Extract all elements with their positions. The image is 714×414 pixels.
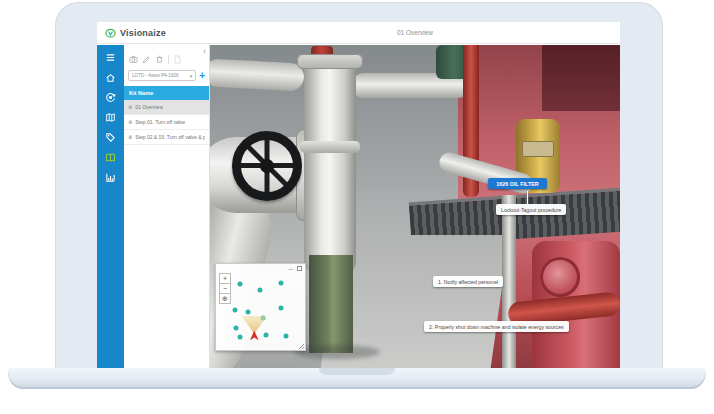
scene-pipe-collar	[300, 141, 360, 153]
chevron-down-icon: ▾	[190, 73, 193, 79]
visionaize-logo-icon	[105, 28, 116, 39]
panorama-viewport[interactable]: 1626 OIL FILTER Lockout-Tagout procedure…	[210, 45, 620, 368]
kit-select-dropdown[interactable]: LOTO - Asset PA-1626 ▾	[128, 70, 196, 81]
sidebar	[97, 45, 124, 368]
minimap-waypoint-dot[interactable]	[263, 333, 268, 338]
camera-icon[interactable]	[129, 55, 138, 64]
laptop-base	[8, 368, 706, 389]
laptop-notch	[319, 368, 395, 375]
edit-icon[interactable]	[142, 55, 151, 64]
scene-vertical-pipe	[304, 59, 356, 271]
map-icon[interactable]	[97, 107, 124, 127]
scene-valve-hub	[260, 159, 274, 173]
minimap-recenter-button[interactable]: ⊕	[219, 293, 231, 304]
annotation-note[interactable]: 2. Properly shut down machine and isolat…	[424, 321, 569, 332]
scene-pipe	[502, 195, 516, 368]
scene-green-pipe-base	[309, 255, 353, 353]
minimap-waypoint-dot[interactable]	[238, 335, 243, 340]
kit-list-item-step02-03[interactable]: ≣ Step 02 & 03. Turn off valve & pe...	[124, 130, 209, 145]
assets-icon[interactable]	[97, 87, 124, 107]
scene-flange	[297, 54, 363, 69]
laptop-mockup: Visionaize 01 Overview	[0, 0, 714, 414]
minimap-waypoint-dot[interactable]	[278, 305, 283, 310]
scene-pipe	[210, 58, 305, 91]
home-icon[interactable]	[97, 67, 124, 87]
list-item-icon: ≣	[128, 120, 132, 125]
collapse-panel-button[interactable]: ‹	[203, 47, 206, 56]
kit-list-item-step01[interactable]: ≣ Step 01. Turn off valve	[124, 115, 209, 130]
viewpoint-title: 01 Overview	[397, 22, 433, 44]
scene-vessel-label	[522, 141, 554, 157]
kit-toolbar	[124, 45, 209, 68]
kit-list-item-overview[interactable]: ≣ 01 Overview	[124, 100, 209, 115]
minimap-waypoint-dot[interactable]	[234, 325, 239, 330]
brand-name: Visionaize	[120, 28, 166, 38]
scene-shadow	[294, 345, 380, 359]
minimap-waypoint-dot[interactable]	[278, 280, 283, 285]
minimap-waypoint-dot[interactable]	[232, 307, 237, 312]
scene-pump-cap	[540, 257, 580, 297]
kit-select-value: LOTO - Asset PA-1626	[132, 73, 190, 78]
minimap-waypoint-dot[interactable]	[257, 287, 262, 292]
camera-position-marker[interactable]	[250, 330, 259, 340]
annotation-note[interactable]: Lockout-Tagout procedure	[496, 204, 566, 215]
kit-panel: ‹ LOTO - Asset PA-1626 ▾ + Kit Name	[124, 45, 210, 368]
menu-icon[interactable]	[97, 49, 124, 65]
brand: Visionaize	[105, 22, 166, 44]
add-kit-button[interactable]: +	[199, 71, 205, 81]
list-item-icon: ≣	[128, 105, 132, 110]
annotation-note[interactable]: 1. Notify affected personel	[433, 276, 503, 287]
minimap-waypoint-dot[interactable]	[284, 334, 289, 339]
minimap-resize-handle[interactable]	[298, 343, 304, 349]
asset-tag-label[interactable]: 1626 OIL FILTER	[488, 178, 547, 189]
toolbar-divider	[168, 55, 169, 64]
minimap-maximize-button[interactable]	[297, 266, 302, 271]
kit-list-header: Kit Name	[124, 86, 209, 100]
app-window: Visionaize 01 Overview	[97, 22, 620, 368]
kit-select-row: LOTO - Asset PA-1626 ▾ +	[124, 68, 209, 86]
app-header: Visionaize 01 Overview	[97, 22, 620, 44]
annotation-leader-line	[527, 191, 528, 205]
export-icon[interactable]	[173, 55, 182, 64]
workbook-icon[interactable]	[97, 147, 124, 167]
minimap-panel[interactable]: – + − ⊕	[215, 263, 306, 351]
minimap-waypoint-dot[interactable]	[246, 310, 251, 315]
minimap-minimize-button[interactable]: –	[289, 265, 293, 272]
minimap-waypoint-dot[interactable]	[238, 281, 243, 286]
reports-icon[interactable]	[97, 167, 124, 187]
tag-icon[interactable]	[97, 127, 124, 147]
delete-icon[interactable]	[155, 55, 164, 64]
list-item-icon: ≣	[128, 135, 132, 140]
scene-dark-equipment	[542, 45, 620, 111]
